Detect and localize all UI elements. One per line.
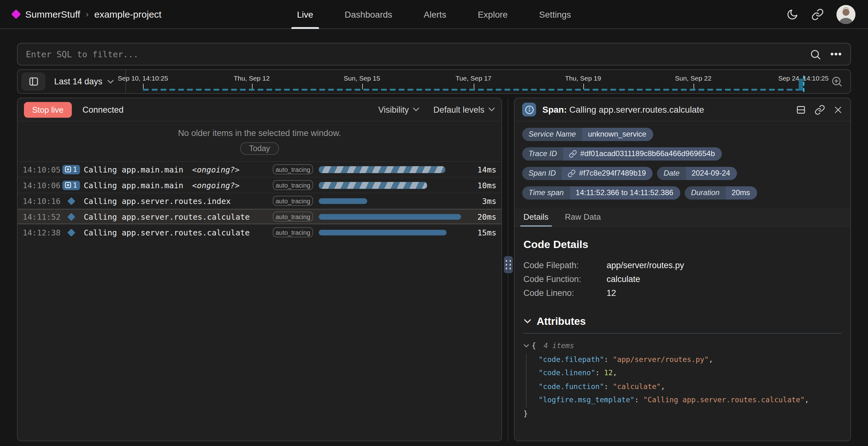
code-details-title: Code Details: [523, 238, 841, 251]
span-diamond-icon: [67, 197, 75, 204]
ongoing-suffix: <ongoing?>: [192, 165, 240, 174]
collapse-icon: [523, 344, 529, 348]
chevron-down-icon: [107, 79, 114, 84]
json-items-count: 4 items: [544, 339, 574, 353]
trace-row[interactable]: 14:12:38 Calling app.server.routes.calcu…: [18, 224, 501, 240]
tag-auto-tracing[interactable]: auto_tracing: [273, 212, 313, 222]
duration-bar: [319, 166, 445, 173]
duration-bar-track: [319, 229, 461, 235]
activity-spike: [799, 79, 803, 91]
search-icon[interactable]: [809, 48, 822, 60]
trace-row[interactable]: 14:10:05 1 Calling app.main.main<ongoing…: [18, 161, 501, 177]
link-icon: [569, 150, 577, 158]
duration-bar: [319, 198, 367, 204]
row-message: Calling app.main.main<ongoing?>: [84, 165, 273, 174]
trace-list: 14:10:05 1 Calling app.main.main<ongoing…: [18, 161, 501, 440]
tag-auto-tracing[interactable]: auto_tracing: [273, 180, 313, 190]
row-message: Calling app.server.routes.calculate: [84, 228, 273, 237]
tab-details[interactable]: Details: [523, 209, 549, 226]
sidebar-toggle-button[interactable]: [22, 72, 45, 91]
row-message: Calling app.server.routes.calculate: [84, 212, 273, 221]
trace-row[interactable]: 14:10:16 Calling app.server.routes.index…: [18, 193, 501, 209]
time-cursor: [803, 75, 805, 92]
duration-bar-track: [319, 214, 461, 219]
row-duration: 14ms: [467, 165, 496, 174]
stop-live-button[interactable]: Stop live: [24, 102, 72, 118]
nav-tab-dashboards[interactable]: Dashboards: [343, 0, 394, 29]
activity-sparkline: [143, 89, 804, 91]
sql-filter-input[interactable]: [26, 49, 809, 59]
span-detail-header: Span: Calling app.server.routes.calculat…: [515, 98, 850, 122]
json-root-line[interactable]: { 4 items: [523, 339, 841, 353]
row-timestamp: 14:10:16: [23, 196, 62, 205]
tag-auto-tracing[interactable]: auto_tracing: [273, 164, 313, 174]
trace-row[interactable]: 14:10:06 1 Calling app.main.main<ongoing…: [18, 177, 501, 193]
trace-id-badge[interactable]: Trace ID #df01acad0311189c8b66a466d96965…: [522, 147, 722, 161]
chevron-down-icon: [412, 107, 420, 112]
nav-tab-settings[interactable]: Settings: [537, 0, 573, 29]
app-window: SummerStuff › example-project Live Dashb…: [0, 0, 868, 446]
ongoing-suffix: <ongoing?>: [192, 180, 240, 190]
timeline-tick-label: Thu, Sep 19: [565, 74, 601, 82]
live-view-panel: Stop live Connected Visibility Default l…: [17, 98, 502, 441]
tag-auto-tracing[interactable]: auto_tracing: [273, 227, 313, 237]
top-nav-bar: SummerStuff › example-project Live Dashb…: [0, 0, 868, 29]
tag-auto-tracing[interactable]: auto_tracing: [273, 196, 313, 206]
attributes-json-view: { 4 items code.filepathapp/server/routes…: [523, 339, 841, 420]
json-line: code.lineno12: [538, 367, 841, 380]
today-button[interactable]: Today: [240, 142, 279, 155]
default-levels-dropdown[interactable]: Default levels: [433, 105, 495, 114]
sql-filter-bar: •••: [17, 43, 851, 65]
chevron-down-icon: [523, 319, 532, 324]
expand-children-badge[interactable]: 1: [62, 165, 80, 174]
copy-link-icon[interactable]: [814, 104, 825, 115]
info-icon: [522, 103, 536, 117]
tab-raw-data[interactable]: Raw Data: [564, 209, 601, 226]
project-name[interactable]: example-project: [94, 9, 161, 20]
duration-badge: Duration20ms: [685, 186, 757, 199]
attributes-section-toggle[interactable]: Attributes: [523, 315, 841, 327]
nav-tab-live[interactable]: Live: [295, 0, 315, 29]
timeline-tick-label: Sun, Sep 22: [675, 74, 711, 82]
span-id-badge[interactable]: Span ID #f7c8e294f7489b19: [522, 167, 653, 180]
attributes-divider: [523, 333, 841, 333]
connection-status: Connected: [83, 105, 124, 114]
code-filepath-row: Code Filepath: app/server/routes.py: [523, 258, 841, 272]
resize-grip-handle[interactable]: [504, 256, 513, 273]
panel-resize-divider[interactable]: [502, 98, 514, 441]
code-function-row: Code Function: calculate: [523, 272, 841, 286]
empty-state: No older items in the selected time wind…: [18, 122, 501, 161]
more-options-icon[interactable]: •••: [830, 52, 842, 57]
theme-toggle-moon-icon[interactable]: [786, 8, 799, 21]
row-timestamp: 14:10:05: [23, 165, 62, 174]
split-view-icon[interactable]: [796, 104, 806, 115]
row-timestamp: 14:11:52: [23, 212, 62, 221]
nav-tab-explore[interactable]: Explore: [476, 0, 509, 29]
timeline-track[interactable]: Sep 10, 14:10:25 Thu, Sep 12 Sun, Sep 15…: [133, 70, 822, 93]
zoom-in-icon[interactable]: [831, 75, 843, 88]
trace-row-selected[interactable]: 14:11:52 Calling app.server.routes.calcu…: [18, 209, 501, 224]
breadcrumb[interactable]: SummerStuff › example-project: [12, 9, 161, 20]
duration-bar-track: [319, 166, 461, 173]
timeline-tick-label: Sun, Sep 15: [344, 74, 380, 82]
detail-tabs: Details Raw Data: [515, 209, 850, 227]
live-toolbar: Stop live Connected Visibility Default l…: [18, 98, 501, 122]
time-range-dropdown[interactable]: Last 14 days: [45, 77, 123, 86]
timeline-tick-label: Tue, Sep 17: [456, 74, 492, 82]
duration-bar-track: [319, 198, 461, 204]
org-name[interactable]: SummerStuff: [25, 9, 80, 20]
close-icon[interactable]: [833, 105, 843, 114]
row-message: Calling app.server.routes.index: [84, 196, 273, 205]
json-items: code.filepathapp/server/routes.py code.l…: [526, 353, 841, 407]
empty-message: No older items in the selected time wind…: [178, 128, 341, 138]
json-close-line: }: [523, 407, 841, 420]
duration-bar-track: [319, 182, 461, 189]
nav-tab-alerts[interactable]: Alerts: [422, 0, 448, 29]
row-duration: 20ms: [467, 212, 496, 221]
date-badge: Date2024-09-24: [657, 167, 737, 180]
visibility-dropdown[interactable]: Visibility: [378, 105, 420, 114]
expand-children-badge[interactable]: 1: [62, 180, 80, 190]
share-link-icon[interactable]: [811, 8, 824, 21]
user-avatar[interactable]: [837, 5, 856, 24]
row-timestamp: 14:12:38: [23, 228, 62, 237]
